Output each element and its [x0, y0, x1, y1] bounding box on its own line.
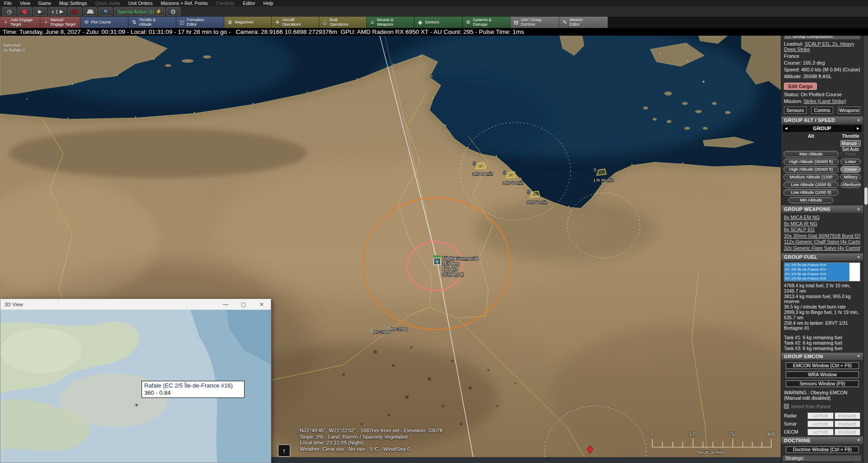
- sonar-active-button[interactable]: ACTIVE: [807, 421, 834, 427]
- alt-low-2000-button[interactable]: Low Altitude (2000 ft): [783, 182, 839, 188]
- throttle-flank-button: Flank: [840, 151, 861, 157]
- weapon-link[interactable]: 20x 30mm Giat 30/M791B Burst [25 rnds]: [784, 233, 860, 239]
- game-time-button[interactable]: ◷: [2, 7, 16, 16]
- flight-name-label: Flight Gunman38: [442, 256, 479, 261]
- panel-header-alt-speed[interactable]: GROUP ALT / SPEED«: [781, 117, 863, 124]
- wra-window-button[interactable]: WRA Window: [786, 371, 859, 378]
- weapon-link[interactable]: 32x Generic Flare Salvo [4x Cartridges, …: [784, 245, 860, 252]
- close-icon[interactable]: ✕: [253, 299, 271, 310]
- record-button[interactable]: [68, 7, 82, 16]
- radar-active-button[interactable]: ACTIVE: [807, 412, 834, 419]
- throttle-cruise-button[interactable]: Cruise: [840, 166, 861, 173]
- systems-damage-button[interactable]: ⚙Systems &Damage: [462, 17, 510, 28]
- inherit-checkbox: ✓: [784, 404, 789, 409]
- list-item[interactable]: EC 2/5 Île-de-France #15: [784, 276, 860, 281]
- 3d-view-titlebar[interactable]: 3D View — ▢ ✕: [0, 299, 271, 310]
- doctrine-window-button[interactable]: Doctrine Window (Ctrl + F9): [786, 446, 859, 453]
- emcon-window-button[interactable]: EMCON Window (Ctrl + F9): [786, 362, 859, 369]
- maximize-icon[interactable]: ▢: [235, 299, 253, 310]
- edit-cargo-button[interactable]: Edit Cargo: [784, 83, 817, 90]
- emcon-row-sonar: Sonar ACTIVE PASSIVE: [784, 421, 860, 427]
- plot-course-button[interactable]: ⟲Plot Course: [80, 17, 128, 28]
- weapon-link[interactable]: 8x MICA EM NG: [784, 215, 860, 221]
- list-item[interactable]: EC 2/5 Île-de-France #13: [784, 272, 860, 276]
- panel-header-group-weapons[interactable]: GROUP WEAPONS«: [781, 206, 863, 213]
- throttle-military-button[interactable]: Military: [840, 174, 861, 180]
- throttle-column-header: Throttle: [840, 133, 861, 139]
- aircraft-operations-button[interactable]: ✈AircraftOperations: [272, 17, 319, 28]
- menu-view[interactable]: View: [16, 0, 34, 6]
- minimize-icon[interactable]: —: [217, 299, 235, 310]
- panel-header-doctrine[interactable]: DOCTRINE«: [781, 437, 863, 444]
- scrollbar-thumb[interactable]: [864, 187, 868, 205]
- inherit-from-parent-row: ✓ Inherit from Parent: [784, 404, 860, 409]
- auto-engage-target-button[interactable]: ⌖Auto EngageTarget: [0, 17, 40, 28]
- special-action-button[interactable]: Special Action (1)⚡: [114, 7, 165, 16]
- sensors-button[interactable]: ◉Sensors: [415, 17, 462, 28]
- sonar-passive-button[interactable]: PASSIVE: [835, 421, 861, 427]
- list-item[interactable]: EC 2/5 Île-de-France #14: [784, 267, 860, 272]
- settings-button[interactable]: ⚙: [166, 7, 180, 16]
- menu-help[interactable]: Help: [259, 0, 278, 6]
- throttle-altitude-button[interactable]: ⇅Throttle &Altitude: [128, 17, 176, 28]
- 3d-view-viewport[interactable]: ✈ Rafale (EC 2/5 Île-de-France #16) 360 …: [0, 310, 271, 463]
- auto-engage-icon: ⌖: [3, 19, 9, 25]
- throttle-loiter-button[interactable]: Loiter: [840, 159, 861, 165]
- play-button[interactable]: ▶: [33, 7, 47, 16]
- weapons-window-button[interactable]: Weapons: [838, 107, 860, 114]
- menu-map-settings[interactable]: Map Settings: [55, 0, 91, 6]
- fires-button[interactable]: [18, 7, 32, 16]
- menu-unit-orders[interactable]: Unit Orders: [124, 0, 157, 6]
- airfield-plane-icon: ✈: [533, 192, 537, 197]
- menu-editor[interactable]: Editor: [239, 0, 259, 6]
- radar-label: Radar: [784, 413, 807, 418]
- throttle-afterburner-button[interactable]: Afterburner: [840, 182, 861, 188]
- oecm-passive-button[interactable]: PASSIVE: [835, 429, 861, 435]
- mission-editor-button[interactable]: ✎MissionEditor: [559, 17, 608, 28]
- sensors-window-button[interactable]: Sensors: [784, 107, 807, 114]
- mission-link[interactable]: Strike (Land Strike): [803, 98, 846, 104]
- menu-file[interactable]: File: [0, 0, 16, 6]
- mounts-weapons-button[interactable]: ⚔Mounts &Weapons: [367, 17, 415, 28]
- alt-high-25000-button[interactable]: High Altitude (25000 ft): [783, 166, 839, 173]
- cursor-weather: Weather: Clear sky - No rain - 5°C - Win…: [300, 446, 443, 453]
- scale-tick-label: 120: [689, 431, 697, 437]
- sidebar-scrollbar[interactable]: [863, 0, 868, 463]
- weapon-link[interactable]: 8x MICA IR NG: [784, 221, 860, 227]
- panel-header-group-emcon[interactable]: GROUP EMCON«: [781, 353, 863, 360]
- menu-missions-ref-points[interactable]: Missions + Ref. Points: [157, 0, 212, 6]
- alt-max-button[interactable]: Max Altitude: [783, 151, 839, 157]
- radar-passive-button[interactable]: PASSIVE: [835, 412, 861, 419]
- alt-low-1000-button[interactable]: Low Altitude (1000 ft): [783, 189, 839, 196]
- collapse-chevron-icon: «: [857, 256, 862, 258]
- emcon-row-oecm: OECM ACTIVE PASSIVE: [784, 429, 860, 435]
- alt-min-button[interactable]: Min Altitude: [788, 197, 834, 203]
- waypoint-button[interactable]: ⚑: [99, 7, 113, 16]
- manual-engage-target-button[interactable]: ⌖ManualEngage Target: [40, 17, 80, 28]
- oecm-active-button[interactable]: ACTIVE: [807, 429, 834, 435]
- next-group-button[interactable]: ►: [855, 125, 861, 132]
- formation-editor-button[interactable]: ◫FormationEditor: [176, 17, 224, 28]
- emcon-row-radar: Radar ACTIVE PASSIVE: [784, 412, 860, 419]
- manual-set-auto-button[interactable]: Manual - Set Auto: [840, 140, 861, 147]
- menu-game[interactable]: Game: [34, 0, 56, 6]
- prev-group-button[interactable]: ◄: [783, 125, 789, 132]
- list-item[interactable]: EC 2/5 Île-de-France #16: [784, 263, 860, 267]
- magazines-button[interactable]: ≣Magazines: [224, 17, 272, 28]
- fast-forward-icon: ▶: [60, 9, 63, 14]
- north-arrow-button[interactable]: ↑: [278, 444, 290, 457]
- weapon-link[interactable]: 8x SCALP EG: [784, 227, 860, 233]
- sensors-window-f9-button[interactable]: Sensors Window (F9): [786, 380, 859, 387]
- alt-high-36000-button[interactable]: High Altitude (36000 ft): [783, 159, 839, 165]
- tooltip-unit-name: Rafale (EC 2/5 Île-de-France #16): [144, 382, 242, 389]
- weapon-link[interactable]: 112x Generic Chaff Salvo [4x Cartridges]: [784, 239, 860, 245]
- unit-group-doctrine-button[interactable]: ▤Unit / GroupDoctrine: [510, 17, 559, 28]
- alt-medium-button[interactable]: Medium Altitude (1200: [783, 174, 839, 180]
- time-compression-button[interactable]: x 1▶: [48, 7, 66, 16]
- comms-window-button[interactable]: Comms: [811, 107, 834, 114]
- magazine-button[interactable]: [83, 7, 97, 16]
- panel-header-group-fuel[interactable]: GROUP FUEL«: [781, 253, 863, 261]
- sensors-icon: ◉: [417, 19, 423, 25]
- boat-operations-button[interactable]: ⚓BoatOperations: [319, 17, 367, 28]
- group-course: Course: 165.3 deg: [784, 60, 860, 65]
